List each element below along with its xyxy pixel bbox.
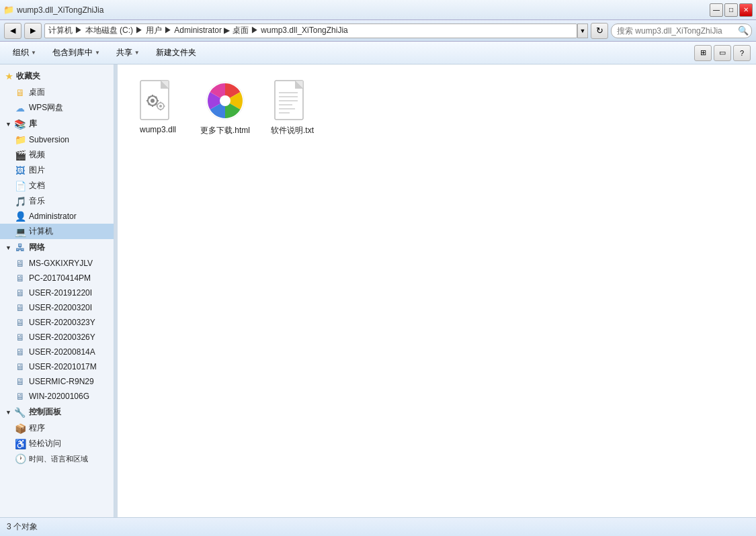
library-arrow: ▼: [5, 121, 11, 128]
sidebar-item-accessibility[interactable]: ♿ 轻松访问: [0, 436, 114, 451]
new-folder-label: 新建文件夹: [156, 47, 196, 58]
sidebar-item-user-20200320[interactable]: 🖥 USER-20200320I: [0, 300, 114, 315]
search-input[interactable]: [611, 24, 752, 38]
win-2020-label: WIN-20200106G: [29, 392, 89, 401]
time-icon: 🕐: [15, 453, 26, 464]
file-item-html[interactable]: 更多下载.html: [195, 75, 255, 141]
refresh-button[interactable]: ↻: [591, 23, 608, 39]
sidebar-item-time[interactable]: 🕐 时间、语言和区域: [0, 451, 114, 466]
address-dropdown[interactable]: ▼: [577, 24, 588, 38]
sidebar-item-user-20200326[interactable]: 🖥 USER-20200326Y: [0, 330, 114, 345]
sidebar-library-header[interactable]: ▼ 📚 库: [0, 116, 114, 132]
sidebar-network-header[interactable]: ▼ 🖧 网络: [0, 239, 114, 256]
subversion-icon: 📁: [15, 134, 26, 145]
txt-icon-svg: [274, 79, 311, 122]
usermic-label: USERMIC-R9N29: [29, 377, 94, 386]
sidebar-item-programs[interactable]: 📦 程序: [0, 420, 114, 436]
programs-icon: 📦: [15, 423, 26, 434]
organize-arrow: ▼: [31, 50, 36, 56]
user-20200326-label: USER-20200326Y: [29, 332, 95, 342]
sidebar-item-pc-2017[interactable]: 🖥 PC-20170414PM: [0, 271, 114, 285]
sidebar-item-admin[interactable]: 👤 Administrator: [0, 209, 114, 224]
sidebar-item-user-20200323[interactable]: 🖥 USER-20200323Y: [0, 315, 114, 330]
maximize-button[interactable]: □: [724, 3, 738, 17]
star-icon: ★: [5, 72, 13, 81]
sidebar-item-user-2019[interactable]: 🖥 USER-20191220I: [0, 285, 114, 300]
video-icon: 🎬: [15, 150, 26, 161]
network-icon: 🖧: [15, 242, 26, 253]
user-20200320-label: USER-20200320I: [29, 303, 92, 312]
sidebar-item-images[interactable]: 🖼 图片: [0, 163, 114, 178]
user-20201017-label: USER-20201017M: [29, 362, 97, 371]
wps-icon: ☁: [15, 103, 26, 114]
computer-icon: 💻: [15, 226, 26, 237]
share-label: 共享: [116, 47, 132, 58]
back-button[interactable]: ◀: [4, 23, 22, 39]
window-icon: 📁: [3, 5, 14, 15]
forward-button[interactable]: ▶: [24, 23, 42, 39]
dll-file-icon: [136, 79, 179, 122]
user-20200323-label: USER-20200323Y: [29, 318, 95, 327]
sidebar-item-desktop[interactable]: 🖥 桌面: [0, 85, 114, 100]
admin-label: Administrator: [29, 212, 77, 221]
sidebar-item-usermic[interactable]: 🖥 USERMIC-R9N29: [0, 374, 114, 389]
sidebar-item-ms-gxk[interactable]: 🖥 MS-GXKIXRYJLV: [0, 256, 114, 271]
computer-label: 计算机: [29, 226, 53, 237]
user-2019-label: USER-20191220I: [29, 288, 92, 298]
address-field-wrap: 计算机 ▶ 本地磁盘 (C:) ▶ 用户 ▶ Administrator ▶ 桌…: [44, 24, 588, 38]
main-content: ★ 收藏夹 🖥 桌面 ☁ WPS网盘 ▼ 📚 库 📁 Subversion 🎬 …: [0, 64, 756, 517]
dll-file-name: wump3.dll: [140, 125, 176, 134]
share-button[interactable]: 共享 ▼: [109, 44, 147, 62]
user-20200320-icon: 🖥: [15, 302, 26, 313]
sidebar-item-docs[interactable]: 📄 文档: [0, 178, 114, 193]
txt-file-name: 软件说明.txt: [271, 125, 314, 136]
pc-ms-icon: 🖥: [15, 258, 26, 269]
file-item-dll[interactable]: wump3.dll: [128, 75, 188, 141]
new-folder-button[interactable]: 新建文件夹: [149, 44, 204, 62]
minimize-button[interactable]: —: [710, 3, 723, 17]
user-20200326-icon: 🖥: [15, 332, 26, 343]
status-bar: 3 个对象: [0, 517, 756, 536]
sidebar-favorites-header[interactable]: ★ 收藏夹: [0, 68, 114, 85]
pane-toggle-button[interactable]: ▭: [714, 45, 731, 61]
organize-label: 组织: [13, 47, 29, 58]
view-toggle-button[interactable]: ⊞: [694, 45, 712, 61]
library-icon: 📚: [15, 119, 26, 130]
window-title: wump3.dll_XiTongZhiJia: [17, 5, 103, 15]
user-20200323-icon: 🖥: [15, 317, 26, 328]
address-path[interactable]: 计算机 ▶ 本地磁盘 (C:) ▶ 用户 ▶ Administrator ▶ 桌…: [44, 24, 577, 38]
sidebar-control-header[interactable]: ▼ 🔧 控制面板: [0, 404, 114, 420]
include-arrow: ▼: [95, 50, 100, 56]
sidebar-item-user-20201017[interactable]: 🖥 USER-20201017M: [0, 359, 114, 374]
user-20200814-label: USER-20200814A: [29, 347, 95, 357]
accessibility-label: 轻松访问: [29, 438, 61, 449]
toolbar-right: ⊞ ▭ ?: [694, 45, 751, 61]
sidebar-item-video[interactable]: 🎬 视频: [0, 147, 114, 163]
include-library-button[interactable]: 包含到库中 ▼: [45, 44, 108, 62]
control-label: 控制面板: [29, 406, 61, 418]
search-wrap: 🔍: [611, 24, 752, 38]
sidebar-item-computer[interactable]: 💻 计算机: [0, 224, 114, 239]
video-label: 视频: [29, 149, 45, 161]
file-item-txt[interactable]: 软件说明.txt: [262, 75, 323, 141]
desktop-icon: 🖥: [15, 87, 26, 98]
network-label: 网络: [29, 242, 45, 253]
close-button[interactable]: ✕: [739, 3, 753, 17]
control-arrow: ▼: [5, 409, 11, 416]
sidebar-item-wps[interactable]: ☁ WPS网盘: [0, 100, 114, 116]
help-button[interactable]: ?: [733, 45, 751, 61]
docs-icon: 📄: [15, 181, 26, 191]
programs-label: 程序: [29, 422, 45, 434]
admin-icon: 👤: [15, 211, 26, 222]
sidebar-item-subversion[interactable]: 📁 Subversion: [0, 132, 114, 147]
sidebar-item-user-20200814[interactable]: 🖥 USER-20200814A: [0, 345, 114, 359]
status-count: 3 个对象: [7, 521, 38, 533]
sidebar-item-win-2020[interactable]: 🖥 WIN-20200106G: [0, 389, 114, 404]
docs-label: 文档: [29, 180, 45, 191]
user-20200814-icon: 🖥: [15, 347, 26, 357]
share-arrow: ▼: [134, 50, 140, 56]
content-area: wump3.dll: [118, 64, 756, 517]
sidebar-item-music[interactable]: 🎵 音乐: [0, 193, 114, 209]
search-icon[interactable]: 🔍: [738, 26, 749, 36]
organize-button[interactable]: 组织 ▼: [5, 44, 44, 62]
